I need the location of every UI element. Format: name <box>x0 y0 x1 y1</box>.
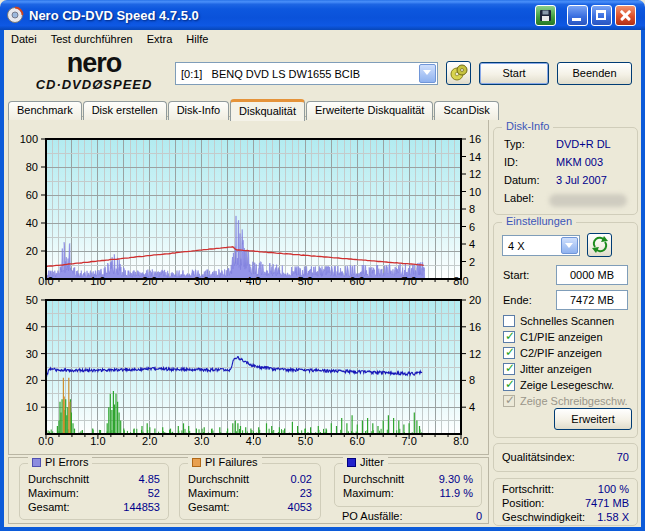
minimize-button[interactable] <box>567 5 588 26</box>
pie-avg-label: Durchschnitt <box>28 473 89 485</box>
pif-total-label: Gesamt: <box>188 501 230 513</box>
close-button[interactable] <box>615 5 636 26</box>
jitter-box: Jitter Durchschnitt9.30 % Maximum:11.9 % <box>334 463 482 507</box>
tab-scandisk[interactable]: ScanDisk <box>434 101 498 120</box>
svg-text:8.0: 8.0 <box>453 435 468 447</box>
scan-speed-value: 4 X <box>503 240 560 252</box>
svg-text:8: 8 <box>469 203 475 215</box>
advanced-button[interactable]: Erweitert <box>554 408 632 430</box>
quit-button[interactable]: Beenden <box>557 62 632 85</box>
checkbox-box[interactable]: ✓ <box>503 331 515 343</box>
start-button[interactable]: Start <box>479 62 549 85</box>
progress-box: Fortschritt: 100 % Position: 7471 MB Ges… <box>493 478 638 526</box>
screenshot-save-button[interactable] <box>535 5 556 26</box>
svg-text:0.0: 0.0 <box>38 435 53 447</box>
checkbox-box[interactable]: ✓ <box>503 347 515 359</box>
pi-errors-box: PI Errors Durchschnitt4.85 Maximum:52 Ge… <box>19 463 169 520</box>
quality-index-box: Qualitätsindex: 70 <box>493 443 638 472</box>
progress-label: Fortschritt: <box>502 483 554 495</box>
checkbox-lesegeschw[interactable]: ✓ Zeige Lesegeschw. <box>503 378 614 392</box>
progress-value: 100 % <box>598 483 629 495</box>
position-value: 7471 MB <box>585 497 629 509</box>
tab-disk-info[interactable]: Disk-Info <box>168 101 229 120</box>
drive-select[interactable]: [0:1] BENQ DVD LS DW1655 BCIB <box>175 62 438 85</box>
checkbox-c1-pie[interactable]: ✓ C1/PIE anzeigen <box>503 330 603 344</box>
disk-type-label: Typ: <box>504 138 525 150</box>
po-failures-row: PO Ausfälle: 0 <box>342 510 482 522</box>
menu-hilfe[interactable]: Hilfe <box>179 32 215 46</box>
floppy-icon <box>536 6 555 25</box>
menu-datei[interactable]: Datei <box>4 32 44 46</box>
tab-bar: Benchmark Disk erstellen Disk-Info Diskq… <box>8 99 500 120</box>
tab-benchmark[interactable]: Benchmark <box>8 101 82 120</box>
pif-max-value: 23 <box>300 487 312 499</box>
svg-text:50: 50 <box>26 294 38 306</box>
pi-errors-title: PI Errors <box>45 456 88 468</box>
quality-index-value: 70 <box>617 451 629 463</box>
svg-text:7.0: 7.0 <box>401 275 416 287</box>
pi-failures-title: PI Failures <box>205 456 258 468</box>
pif-avg-value: 0.02 <box>291 473 312 485</box>
svg-text:7.0: 7.0 <box>401 435 416 447</box>
svg-text:2.0: 2.0 <box>142 435 157 447</box>
svg-text:1.0: 1.0 <box>90 435 105 447</box>
svg-text:4: 4 <box>469 238 475 250</box>
menu-test-durchfuehren[interactable]: Test durchführen <box>44 32 140 46</box>
jitter-max-label: Maximum: <box>343 487 394 499</box>
checkbox-schreibgeschw: ✓ Zeige Schreibgeschw. <box>503 394 628 408</box>
checkbox-box: ✓ <box>503 395 515 407</box>
position-label: Position: <box>502 497 544 509</box>
po-failures-label: PO Ausfälle: <box>342 510 403 522</box>
jitter-max-value: 11.9 % <box>440 487 473 499</box>
window-border-right <box>641 28 645 531</box>
svg-text:3.0: 3.0 <box>194 275 209 287</box>
chevron-down-icon[interactable] <box>419 64 436 83</box>
pi-errors-legend-icon <box>32 458 41 467</box>
svg-text:80: 80 <box>26 161 38 173</box>
svg-text:3.0: 3.0 <box>194 435 209 447</box>
svg-text:2.0: 2.0 <box>142 275 157 287</box>
checkbox-box[interactable]: ✓ <box>503 363 515 375</box>
pi-errors-chart: 204060801002468101214160.01.02.03.04.05.… <box>9 117 490 287</box>
svg-text:40: 40 <box>26 217 38 229</box>
maximize-button[interactable] <box>591 5 612 26</box>
chevron-down-icon[interactable] <box>561 237 578 254</box>
disk-id-label: ID: <box>504 156 518 168</box>
checkbox-schnelles-scannen[interactable]: ✓ Schnelles Scannen <box>503 314 614 328</box>
pi-failures-box: PI Failures Durchschnitt0.02 Maximum:23 … <box>179 463 321 520</box>
window-border-bottom <box>0 527 645 531</box>
checkbox-box[interactable]: ✓ <box>503 379 515 391</box>
pie-total-label: Gesamt: <box>28 501 70 513</box>
checkbox-box[interactable]: ✓ <box>503 315 515 327</box>
maximize-icon <box>596 10 606 20</box>
refresh-button[interactable] <box>587 233 612 257</box>
scan-speed-select[interactable]: 4 X <box>502 235 580 256</box>
stats-panel: PI Errors Durchschnitt4.85 Maximum:52 Ge… <box>8 457 489 524</box>
minimize-icon <box>572 18 581 21</box>
tab-erweiterte-diskqualitaet[interactable]: Erweiterte Diskqualität <box>306 101 433 120</box>
titlebar[interactable]: Nero CD-DVD Speed 4.7.5.0 <box>0 0 645 30</box>
svg-text:1.0: 1.0 <box>90 275 105 287</box>
svg-text:14: 14 <box>469 151 481 163</box>
pi-failures-legend-icon <box>192 458 201 467</box>
pie-max-value: 52 <box>148 487 160 499</box>
tab-disk-erstellen[interactable]: Disk erstellen <box>83 101 167 120</box>
quality-index-label: Qualitätsindex: <box>502 451 575 463</box>
speed-label: Geschwindigkeit: <box>502 511 585 523</box>
disc-icon <box>448 62 470 83</box>
svg-text:12: 12 <box>469 348 481 360</box>
pie-max-label: Maximum: <box>28 487 79 499</box>
eject-disc-button[interactable] <box>446 61 471 85</box>
checkbox-c2-pif[interactable]: ✓ C2/PIF anzeigen <box>503 346 602 360</box>
svg-text:20: 20 <box>26 374 38 386</box>
checkbox-jitter[interactable]: ✓ Jitter anzeigen <box>503 362 592 376</box>
start-mb-label: Start: <box>503 269 529 281</box>
pif-total-value: 4053 <box>288 501 312 513</box>
pif-avg-label: Durchschnitt <box>188 473 249 485</box>
svg-text:8: 8 <box>469 374 475 386</box>
start-mb-field[interactable]: 0000 MB <box>556 265 628 285</box>
end-mb-field[interactable]: 7472 MB <box>556 290 628 310</box>
menu-extra[interactable]: Extra <box>140 32 180 46</box>
svg-text:4: 4 <box>469 401 475 413</box>
tab-diskqualitaet[interactable]: Diskqualität <box>230 99 305 121</box>
